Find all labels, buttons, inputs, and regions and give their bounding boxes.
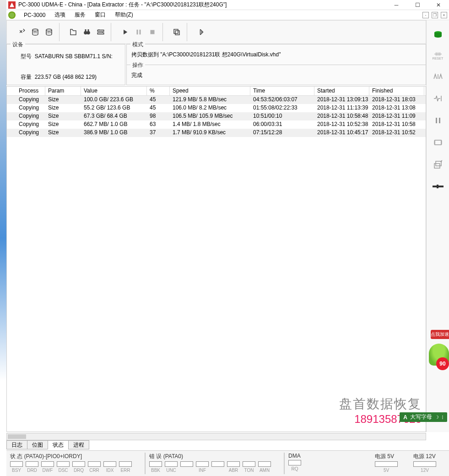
dma-status-label: DMA [287,453,302,459]
pause-side-button[interactable] [431,115,445,126]
settings-icon[interactable] [94,26,107,38]
mdi-minimize-button[interactable]: - [422,12,429,18]
th-percent[interactable]: % [147,87,170,95]
table-cell: 67.3 GB/ 68.4 GB [81,112,147,120]
pause-button[interactable] [132,26,145,38]
tab-status[interactable]: 状态 [48,440,69,449]
table-cell: Size [45,96,81,104]
th-speed[interactable]: Speed [170,87,250,95]
pata-led: BSY [9,461,24,473]
scroll-thumb[interactable] [8,434,26,439]
oscilloscope-icon[interactable] [431,93,445,104]
table-row[interactable]: CopyingSize386.9 MB/ 1.0 GB371.7 MB/ 910… [7,129,426,137]
tab-bitmap[interactable]: 位图 [27,440,48,449]
score-circle[interactable]: 90 [436,357,449,370]
table-cell: Size [45,112,81,120]
svg-rect-7 [88,29,89,32]
dma-led: RQ [287,460,302,471]
speed-badge[interactable]: 点我加速 [431,330,449,339]
maximize-button[interactable]: ☐ [407,0,428,10]
mdi-close-button[interactable]: × [441,12,447,18]
table-cell: Copying [7,96,45,104]
svg-rect-6 [85,29,87,32]
chip-icon[interactable] [431,137,445,148]
ime-indicator[interactable]: A 大写字母 ☽ ⁝ [400,412,447,422]
window-title: PC-3000 UDMA-E - China - [Data Extractor… [18,1,227,9]
op-value: 完成 [131,71,421,79]
device-legend: 设备 [11,41,25,49]
binoculars-icon[interactable] [81,26,93,38]
table-cell: Copying [7,120,45,129]
menu-help[interactable]: 帮助(Z) [110,10,137,20]
th-param[interactable]: Param [45,87,81,95]
svg-rect-12 [151,30,155,34]
table-cell: 2018-12-31 10:52 [369,129,424,137]
th-time[interactable]: Time [250,87,314,95]
app-icon [8,1,16,9]
menu-window[interactable]: 窗口 [90,10,110,20]
exit-icon[interactable] [195,26,207,38]
table-row[interactable]: CopyingSize55.2 GB/ 123.6 GB45106.0 MB/ … [7,104,426,112]
tools-icon[interactable] [15,26,28,38]
menu-service[interactable]: 服务 [70,10,90,20]
pata-led: IDX [103,461,117,473]
copy-icon[interactable] [170,26,183,38]
menu-app[interactable]: PC-3000 [19,11,50,19]
svg-rect-9 [97,33,104,34]
connector-icon[interactable] [431,181,445,192]
horizontal-scrollbar[interactable] [6,433,426,440]
model-value: SATABURN SB SBBM71.1 S/N: [35,53,113,60]
err-led: ABR [226,461,241,473]
pata-led: DWF [40,461,55,473]
svg-text:100%: 100% [46,31,52,34]
err-led: BBK [148,461,163,473]
drive-100-icon[interactable]: 100% [43,26,55,38]
table-row[interactable]: CopyingSize100.0 GB/ 223.6 GB45121.9 MB/… [7,96,426,104]
signal-icon[interactable] [431,71,445,82]
th-started[interactable]: Started [314,87,369,95]
table-cell: 2018-12-31 10:58 [369,120,424,129]
table-row[interactable]: CopyingSize67.3 GB/ 68.4 GB98106.5 MB/ 1… [7,112,426,120]
drive-0-icon[interactable]: 0% [29,26,42,38]
stop-button[interactable] [146,26,159,38]
close-button[interactable]: ✕ [428,0,449,10]
table-row[interactable]: CopyingSize662.7 MB/ 1.0 GB631.4 MB/ 1.8… [7,120,426,129]
tab-log[interactable]: 日志 [6,440,27,449]
minimize-button[interactable]: ─ [386,0,407,10]
menu-options[interactable]: 选项 [50,10,70,20]
svg-rect-22 [438,186,444,187]
err-led [179,461,194,473]
pata-led: ERR [118,461,133,473]
table-cell: 2018-12-31 13:09:13 [314,96,369,104]
err-led [211,461,225,473]
table-cell: 37 [147,129,170,137]
th-process[interactable]: Process [7,87,45,95]
eject-icon[interactable] [431,159,445,170]
pata-led: DSC [56,461,70,473]
th-value[interactable]: Value [81,87,147,95]
pata-status-label: 状 态 (PATA0)-[PIO0+IORDY] [9,453,133,460]
mode-value: 拷贝数据到 "A:\PC3000\20181231联 想240G\Virtual… [131,51,421,59]
table-cell: 1.4 MB/ 1.8 MB/sec [170,120,250,129]
table-cell: Copying [7,112,45,120]
reset-button[interactable]: RESET [431,51,445,60]
table-header: Process Param Value % Speed Time Started… [7,87,426,96]
mdi-restore-button[interactable]: ❐ [432,12,438,18]
err-led: TON [242,461,256,473]
capacity-value: 223.57 GB (468 862 129) [35,74,97,80]
table-cell: Copying [7,129,45,137]
power-icon[interactable] [431,29,445,40]
table-cell: 01:55:08/02:22:33 [250,104,314,112]
table-cell: Copying [7,104,45,112]
tab-process[interactable]: 进程 [68,440,89,449]
device-panel: 设备 型号 SATABURN SB SBBM71.1 S/N: 容量 223.5… [6,44,125,85]
th-finished[interactable]: Finished [369,87,424,95]
table-cell: 2018-12-31 10:45:17 [314,129,369,137]
statusbar: 状 态 (PATA0)-[PIO0+IORDY] BSYDRDDWFDSCDRQ… [6,450,449,476]
led-12v: 12V [412,461,437,473]
table-cell: 55.2 GB/ 123.6 GB [81,104,147,112]
map-icon[interactable] [67,26,80,38]
led-5v: 5V [374,461,399,473]
play-button[interactable] [119,26,131,38]
svg-text:0%: 0% [33,31,38,34]
